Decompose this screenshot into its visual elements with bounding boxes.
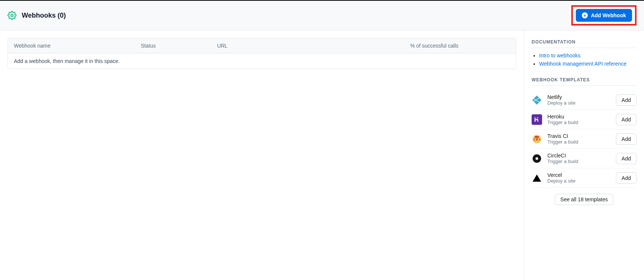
circleci-icon	[532, 153, 542, 164]
template-left: Vercel Deploy a site	[532, 172, 575, 184]
template-text: Heroku Trigger a build	[547, 114, 578, 125]
netlify-icon	[532, 95, 542, 105]
template-item-heroku: Heroku Trigger a build Add	[532, 110, 637, 129]
template-text: CircleCI Trigger a build	[547, 153, 578, 164]
svg-rect-8	[535, 136, 539, 138]
template-text: Travis CI Trigger a build	[547, 133, 578, 145]
svg-point-0	[11, 14, 13, 16]
template-add-button[interactable]: Add	[616, 172, 637, 184]
doc-link-api[interactable]: Webhook management API reference	[539, 61, 626, 67]
template-item-travis: Travis CI Trigger a build Add	[532, 129, 637, 149]
template-left: Netlify Deploy a site	[532, 94, 575, 106]
table-empty-row: Add a webhook, then manage it in this sp…	[8, 54, 516, 69]
template-name: Heroku	[547, 114, 578, 120]
main-panel: Webhook name Status URL % of successful …	[0, 30, 524, 280]
gear-icon	[7, 11, 16, 20]
content-area: Webhook name Status URL % of successful …	[0, 30, 644, 280]
template-desc: Deploy a site	[547, 100, 575, 106]
template-desc: Trigger a build	[547, 139, 578, 145]
sidebar: DOCUMENTATION Intro to webhooks Webhook …	[524, 30, 644, 280]
template-item-circleci: CircleCI Trigger a build Add	[532, 149, 637, 168]
template-text: Netlify Deploy a site	[547, 94, 575, 106]
template-name: Vercel	[547, 172, 575, 178]
see-all-wrap: See all 18 templates	[532, 188, 637, 208]
add-webhook-button[interactable]: + Add Webhook	[576, 9, 632, 22]
svg-point-10	[536, 157, 538, 160]
template-left: CircleCI Trigger a build	[532, 153, 578, 164]
plus-icon: +	[582, 12, 588, 18]
template-add-button[interactable]: Add	[616, 133, 637, 145]
template-item-netlify: Netlify Deploy a site Add	[532, 90, 637, 110]
svg-point-6	[535, 139, 536, 140]
svg-point-7	[538, 139, 539, 140]
webhooks-table: Webhook name Status URL % of successful …	[7, 38, 516, 69]
doc-link-intro[interactable]: Intro to webhooks	[539, 52, 581, 58]
vercel-icon	[532, 173, 542, 183]
svg-marker-11	[533, 174, 541, 181]
column-header-pct: % of successful calls	[404, 38, 516, 53]
template-text: Vercel Deploy a site	[547, 172, 575, 184]
see-all-templates-button[interactable]: See all 18 templates	[555, 194, 614, 205]
template-name: Netlify	[547, 94, 575, 100]
documentation-links: Intro to webhooks Webhook management API…	[532, 52, 637, 67]
template-desc: Trigger a build	[547, 159, 578, 164]
template-desc: Trigger a build	[547, 120, 578, 125]
column-header-name: Webhook name	[8, 38, 135, 53]
template-left: Heroku Trigger a build	[532, 114, 578, 125]
template-add-button[interactable]: Add	[616, 94, 637, 106]
add-webhook-label: Add Webhook	[591, 12, 626, 18]
heroku-icon	[532, 114, 542, 125]
documentation-heading: DOCUMENTATION	[532, 39, 637, 48]
templates-heading: WEBHOOK TEMPLATES	[532, 77, 637, 86]
table-body: Add a webhook, then manage it in this sp…	[8, 54, 516, 69]
template-add-button[interactable]: Add	[616, 153, 637, 164]
template-item-vercel: Vercel Deploy a site Add	[532, 168, 637, 188]
table-header-row: Webhook name Status URL % of successful …	[8, 38, 516, 54]
template-name: CircleCI	[547, 153, 578, 159]
template-name: Travis CI	[547, 133, 578, 139]
template-add-button[interactable]: Add	[616, 114, 637, 125]
doc-link-item: Webhook management API reference	[539, 61, 637, 67]
column-header-url: URL	[211, 38, 404, 53]
header-left: Webhooks (0)	[7, 11, 66, 20]
template-desc: Deploy a site	[547, 178, 575, 184]
travis-icon	[532, 134, 542, 144]
page-header: Webhooks (0) + Add Webhook	[0, 1, 644, 30]
highlight-annotation: + Add Webhook	[571, 5, 637, 25]
page-title: Webhooks (0)	[22, 12, 66, 19]
svg-marker-1	[532, 95, 542, 105]
doc-link-item: Intro to webhooks	[539, 52, 637, 58]
template-left: Travis CI Trigger a build	[532, 133, 578, 145]
empty-message: Add a webhook, then manage it in this sp…	[8, 54, 126, 69]
column-header-status: Status	[135, 38, 211, 53]
